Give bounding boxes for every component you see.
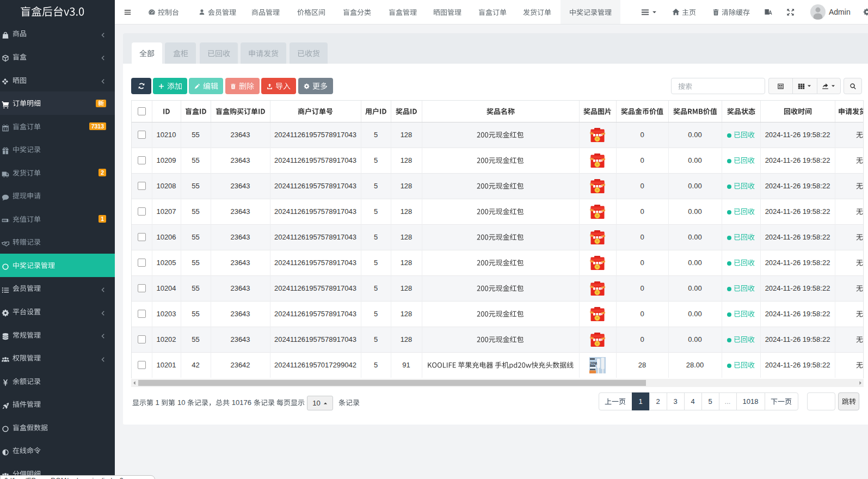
svg-text:20W: 20W (590, 360, 598, 365)
